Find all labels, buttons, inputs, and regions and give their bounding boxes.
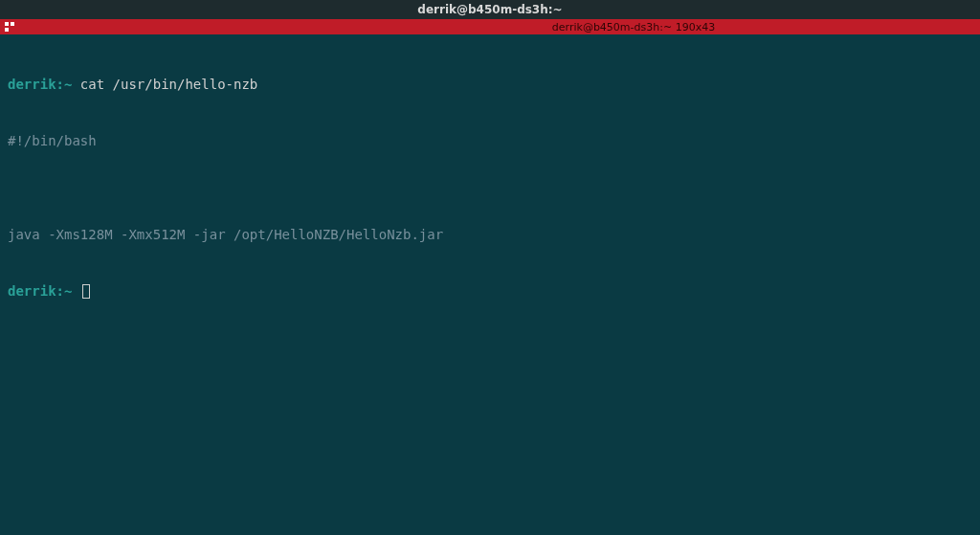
command-text: cat /usr/bin/hello-nzb: [72, 77, 257, 92]
svg-rect-0: [5, 22, 9, 26]
tab-label[interactable]: derrik@b450m-ds3h:~ 190x43: [552, 21, 715, 33]
terminal-content[interactable]: derrik:~ cat /usr/bin/hello-nzb #!/bin/b…: [0, 34, 980, 323]
terminal-tabbar[interactable]: derrik@b450m-ds3h:~ 190x43: [0, 19, 980, 34]
terminal-output: java -Xms128M -Xmx512M -jar /opt/HelloNZ…: [8, 226, 972, 245]
app-menu-icon[interactable]: [2, 19, 17, 34]
prompt: derrik:~: [8, 77, 72, 92]
terminal-output: #!/bin/bash: [8, 132, 972, 151]
terminal-line: derrik:~: [8, 282, 972, 301]
window-title: derrik@b450m-ds3h:~: [417, 3, 562, 16]
window-titlebar: derrik@b450m-ds3h:~: [0, 0, 980, 19]
svg-rect-1: [11, 22, 14, 26]
prompt: derrik:~: [8, 283, 72, 299]
terminal-line: derrik:~ cat /usr/bin/hello-nzb: [8, 76, 972, 95]
svg-rect-2: [5, 28, 9, 32]
terminal-cursor: [82, 284, 90, 299]
